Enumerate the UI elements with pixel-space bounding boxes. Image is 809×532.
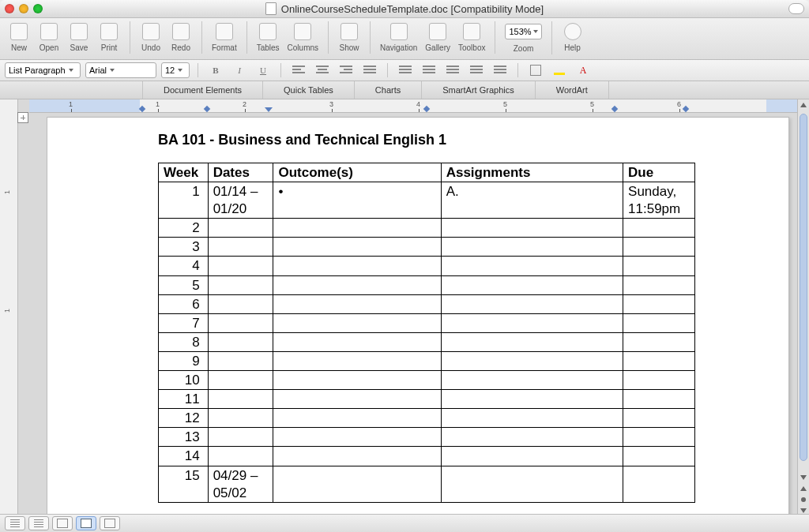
cell-outcome[interactable] bbox=[273, 466, 441, 502]
tables-button[interactable]: Tables bbox=[254, 21, 283, 54]
tab-quick-tables[interactable]: Quick Tables bbox=[262, 81, 354, 99]
prev-page-icon[interactable] bbox=[798, 483, 809, 494]
borders-button[interactable] bbox=[526, 62, 545, 78]
cell-outcome[interactable] bbox=[273, 257, 441, 275]
zoom-control[interactable]: 153% Zoom bbox=[502, 21, 544, 54]
cell-week[interactable]: 10 bbox=[159, 371, 209, 390]
tab-stop-icon[interactable] bbox=[683, 106, 689, 112]
cell-due[interactable] bbox=[623, 219, 695, 238]
navigation-button[interactable]: Navigation bbox=[377, 21, 420, 54]
cell-dates[interactable] bbox=[208, 294, 273, 313]
scroll-thumb[interactable] bbox=[800, 114, 807, 461]
cell-due[interactable] bbox=[623, 409, 695, 428]
cell-outcome[interactable] bbox=[273, 390, 441, 409]
table-row[interactable]: 2 bbox=[159, 219, 695, 238]
toolbox-button[interactable]: Toolbox bbox=[455, 21, 488, 54]
cell-due[interactable] bbox=[623, 447, 695, 466]
cell-dates[interactable] bbox=[208, 351, 273, 370]
table-row[interactable]: 13 bbox=[159, 428, 695, 447]
redo-button[interactable]: Redo bbox=[167, 21, 195, 54]
align-center-button[interactable] bbox=[313, 62, 332, 78]
document-heading[interactable]: BA 101 - Business and Technical English … bbox=[158, 132, 709, 148]
cell-week[interactable]: 9 bbox=[159, 351, 209, 370]
numbered-list-button[interactable] bbox=[420, 62, 438, 78]
publishing-layout-view-button[interactable] bbox=[52, 516, 73, 530]
format-painter-button[interactable]: Format bbox=[209, 21, 240, 54]
cell-outcome[interactable] bbox=[273, 313, 441, 332]
cell-assignment[interactable] bbox=[441, 313, 623, 332]
cell-dates[interactable] bbox=[208, 275, 273, 294]
cell-week[interactable]: 13 bbox=[159, 428, 209, 447]
table-row[interactable]: 101/14 – 01/20•A.Sunday, 11:59pm bbox=[159, 182, 695, 219]
cell-dates[interactable] bbox=[208, 390, 273, 409]
cell-assignment[interactable] bbox=[441, 294, 623, 313]
save-button[interactable]: Save bbox=[65, 21, 93, 54]
cell-dates[interactable] bbox=[208, 238, 273, 257]
cell-assignment[interactable] bbox=[441, 390, 623, 409]
undo-button[interactable]: Undo bbox=[137, 21, 165, 54]
cell-dates[interactable] bbox=[208, 371, 273, 390]
cell-outcome[interactable] bbox=[273, 447, 441, 466]
cell-due[interactable] bbox=[623, 275, 695, 294]
cell-due[interactable] bbox=[623, 332, 695, 351]
cell-due[interactable] bbox=[623, 351, 695, 370]
tab-document-elements[interactable]: Document Elements bbox=[142, 81, 262, 99]
cell-week[interactable]: 1 bbox=[159, 182, 209, 219]
cell-due[interactable] bbox=[623, 390, 695, 409]
schedule-table[interactable]: Week Dates Outcome(s) Assignments Due 10… bbox=[158, 163, 695, 503]
decrease-indent-button[interactable] bbox=[467, 62, 486, 78]
table-row[interactable]: 14 bbox=[159, 447, 695, 466]
col-week[interactable]: Week bbox=[159, 163, 209, 182]
cell-outcome[interactable] bbox=[273, 294, 441, 313]
cell-outcome[interactable] bbox=[273, 409, 441, 428]
cell-dates[interactable] bbox=[208, 313, 273, 332]
print-button[interactable]: Print bbox=[95, 21, 123, 54]
cell-outcome[interactable] bbox=[273, 428, 441, 447]
cell-week[interactable]: 11 bbox=[159, 390, 209, 409]
table-row[interactable]: 4 bbox=[159, 257, 695, 275]
cell-assignment[interactable] bbox=[441, 428, 623, 447]
col-dates[interactable]: Dates bbox=[208, 163, 273, 182]
cell-week[interactable]: 7 bbox=[159, 313, 209, 332]
cell-outcome[interactable] bbox=[273, 238, 441, 257]
line-spacing-button[interactable] bbox=[396, 62, 415, 78]
new-button[interactable]: New bbox=[5, 21, 33, 54]
open-button[interactable]: Open bbox=[35, 21, 63, 54]
cell-outcome[interactable] bbox=[273, 219, 441, 238]
table-row[interactable]: 11 bbox=[159, 390, 695, 409]
browse-object-icon[interactable] bbox=[798, 494, 809, 505]
columns-button[interactable]: Columns bbox=[284, 21, 322, 54]
col-outcomes[interactable]: Outcome(s) bbox=[273, 163, 441, 182]
cell-dates[interactable] bbox=[208, 219, 273, 238]
tab-stop-icon[interactable] bbox=[139, 106, 145, 112]
cell-due[interactable] bbox=[623, 294, 695, 313]
draft-view-button[interactable] bbox=[5, 516, 25, 530]
cell-assignment[interactable] bbox=[441, 332, 623, 351]
tab-stop-icon[interactable] bbox=[204, 106, 210, 112]
tab-stop-icon[interactable] bbox=[611, 106, 618, 112]
cell-dates[interactable] bbox=[208, 332, 273, 351]
table-row[interactable]: 6 bbox=[159, 294, 695, 313]
scroll-down-icon[interactable] bbox=[798, 472, 809, 483]
font-size-picker[interactable]: 12 bbox=[161, 62, 190, 78]
table-row[interactable]: 7 bbox=[159, 313, 695, 332]
cell-outcome[interactable] bbox=[273, 275, 441, 294]
cell-week[interactable]: 15 bbox=[159, 466, 209, 502]
document-page[interactable]: BA 101 - Business and Technical English … bbox=[47, 117, 789, 529]
table-row[interactable]: 8 bbox=[159, 332, 695, 351]
align-right-button[interactable] bbox=[337, 62, 356, 78]
cell-week[interactable]: 4 bbox=[159, 257, 209, 275]
cell-assignment[interactable] bbox=[441, 447, 623, 466]
table-row[interactable]: 5 bbox=[159, 275, 695, 294]
cell-dates[interactable] bbox=[208, 257, 273, 275]
cell-due[interactable] bbox=[623, 466, 695, 502]
cell-assignment[interactable] bbox=[441, 409, 623, 428]
tab-charts[interactable]: Charts bbox=[354, 81, 421, 99]
tab-wordart[interactable]: WordArt bbox=[535, 81, 609, 99]
cell-outcome[interactable] bbox=[273, 351, 441, 370]
align-left-button[interactable] bbox=[289, 62, 308, 78]
increase-indent-button[interactable] bbox=[491, 62, 510, 78]
cell-dates[interactable]: 01/14 – 01/20 bbox=[208, 182, 273, 219]
cell-week[interactable]: 14 bbox=[159, 447, 209, 466]
tab-stop-icon[interactable] bbox=[423, 106, 430, 112]
